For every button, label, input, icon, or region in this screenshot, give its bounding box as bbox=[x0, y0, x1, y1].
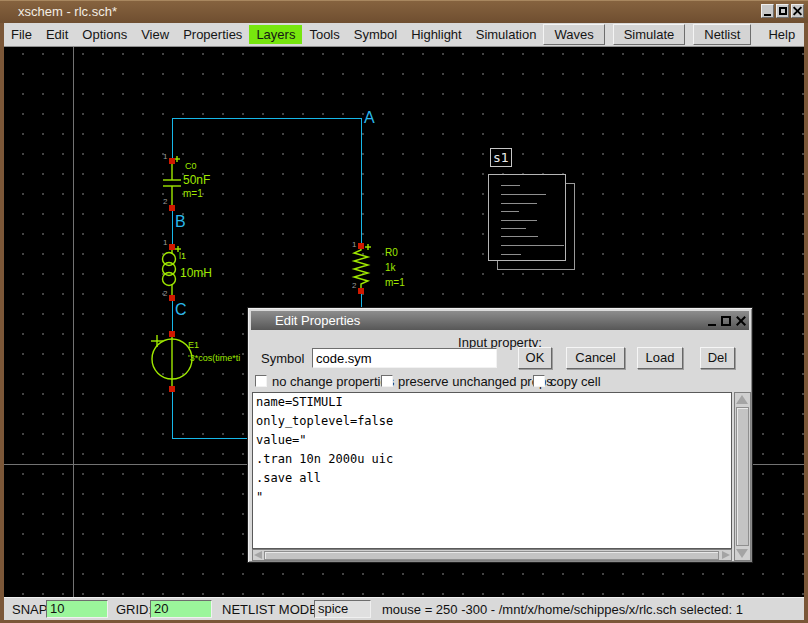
menu-item-highlight[interactable]: Highlight bbox=[404, 25, 469, 44]
menu-item-help[interactable]: Help bbox=[759, 25, 804, 44]
code-line bbox=[501, 203, 537, 204]
dialog-close-button[interactable] bbox=[736, 316, 746, 326]
vsource-value: '3*cos(time*ti bbox=[188, 353, 247, 363]
dialog-titlebar[interactable]: Edit Properties bbox=[251, 311, 749, 330]
code-line bbox=[501, 254, 521, 255]
menubar: File Edit Options View Properties Layers… bbox=[4, 23, 804, 47]
no-change-properties-label: no change properties bbox=[272, 374, 394, 389]
resistor-pin1-number: 1 bbox=[352, 240, 356, 249]
scroll-up-arrow-icon[interactable] bbox=[736, 395, 748, 404]
pin-e1-1[interactable] bbox=[169, 331, 175, 337]
inductor-pin2-number: 2 bbox=[163, 289, 167, 298]
properties-textarea[interactable]: name=STIMULI only_toplevel=false value="… bbox=[252, 392, 732, 549]
edit-properties-dialog: Edit Properties Input property: Symbol O… bbox=[247, 307, 753, 563]
resistor-name: R0 bbox=[385, 247, 398, 258]
wire-top[interactable] bbox=[172, 118, 362, 119]
symbol-label: Symbol bbox=[261, 351, 304, 366]
menu-item-tools[interactable]: Tools bbox=[302, 25, 346, 44]
menu-item-symbol[interactable]: Symbol bbox=[347, 25, 404, 44]
resistor-mult: m=1 bbox=[385, 277, 405, 288]
code-line bbox=[501, 194, 546, 195]
dialog-minimize-icon bbox=[708, 324, 716, 326]
menu-item-options[interactable]: Options bbox=[75, 25, 134, 44]
pin-c0-2[interactable] bbox=[169, 205, 175, 211]
window-titlebar[interactable]: xschem - rlc.sch* bbox=[0, 1, 808, 23]
capacitor-pin2-number: 2 bbox=[163, 197, 167, 206]
del-button[interactable]: Del bbox=[700, 347, 735, 369]
capacitor-pin1-number: 1 bbox=[163, 152, 167, 161]
code-line bbox=[501, 228, 526, 229]
pin-r0-1[interactable] bbox=[358, 243, 364, 249]
dialog-maximize-button[interactable] bbox=[721, 316, 731, 326]
code-line bbox=[501, 220, 537, 221]
preserve-unchanged-props-checkbox[interactable] bbox=[381, 375, 393, 387]
close-button[interactable] bbox=[791, 4, 804, 18]
window-controls bbox=[761, 4, 804, 18]
netlist-mode-label: NETLIST MODE: bbox=[222, 602, 321, 617]
wire-right[interactable] bbox=[361, 118, 362, 246]
copy-cell-label: copy cell bbox=[550, 374, 601, 389]
window-title: xschem - rlc.sch* bbox=[18, 4, 117, 19]
minimize-button[interactable] bbox=[761, 4, 774, 18]
scroll-left-arrow-icon[interactable] bbox=[254, 551, 262, 559]
dialog-minimize-button[interactable] bbox=[708, 316, 716, 326]
ok-button[interactable]: OK bbox=[518, 347, 552, 369]
wire-bottom[interactable] bbox=[172, 438, 247, 439]
vertical-scrollbar-thumb[interactable] bbox=[736, 407, 749, 546]
horizontal-scrollbar[interactable] bbox=[252, 549, 732, 561]
netlist-button[interactable]: Netlist bbox=[693, 24, 751, 45]
inductor-name: l1 bbox=[179, 251, 186, 261]
cancel-button[interactable]: Cancel bbox=[566, 347, 625, 369]
mouse-status-text: mouse = 250 -300 - /mnt/x/home/schippes/… bbox=[382, 602, 743, 617]
menu-item-properties[interactable]: Properties bbox=[176, 25, 249, 44]
horizontal-scrollbar-thumb[interactable] bbox=[264, 551, 719, 560]
close-icon bbox=[793, 7, 802, 16]
inductor-pin1-number: 1 bbox=[163, 238, 167, 247]
origin-axis-vertical bbox=[73, 47, 74, 597]
grid-label: GRID: bbox=[116, 602, 152, 617]
menu-item-layers[interactable]: Layers bbox=[249, 25, 302, 44]
dialog-title: Edit Properties bbox=[275, 313, 360, 328]
code-line bbox=[501, 211, 519, 212]
menu-item-simulation[interactable]: Simulation bbox=[469, 25, 544, 44]
simulate-button[interactable]: Simulate bbox=[613, 24, 686, 45]
menu-item-view[interactable]: View bbox=[134, 25, 176, 44]
netlist-mode-input[interactable]: spice bbox=[314, 600, 371, 618]
statusbar: SNAP: 10 GRID: 20 NETLIST MODE: spice mo… bbox=[4, 597, 804, 620]
pin-l1-1[interactable] bbox=[169, 244, 175, 250]
pin-c0-1[interactable] bbox=[169, 158, 175, 164]
inductor-value: 10mH bbox=[180, 266, 212, 280]
resistor-pin2-number: 2 bbox=[352, 281, 356, 290]
vertical-scrollbar[interactable] bbox=[734, 392, 751, 561]
waves-button[interactable]: Waves bbox=[543, 24, 604, 45]
node-label-b[interactable]: B bbox=[175, 213, 186, 231]
minimize-icon bbox=[764, 14, 771, 16]
code-line bbox=[501, 236, 538, 237]
maximize-icon bbox=[779, 7, 787, 15]
symbol-input[interactable] bbox=[312, 348, 497, 368]
pin-e1-2[interactable] bbox=[169, 386, 175, 392]
dialog-controls bbox=[708, 311, 746, 330]
copy-cell-checkbox[interactable] bbox=[533, 375, 545, 387]
menu-item-file[interactable]: File bbox=[4, 25, 39, 44]
node-label-a[interactable]: A bbox=[364, 109, 375, 127]
wire-src-down[interactable] bbox=[172, 389, 173, 438]
code-symbol-name: s1 bbox=[490, 148, 512, 167]
preserve-unchanged-props-label: preserve unchanged props bbox=[398, 374, 553, 389]
grid-input[interactable]: 20 bbox=[150, 600, 212, 618]
xschem-window: xschem - rlc.sch* File Edit Options View… bbox=[0, 0, 808, 623]
capacitor-name: C0 bbox=[185, 161, 197, 171]
code-line bbox=[501, 245, 564, 246]
pin-r0-2[interactable] bbox=[358, 288, 364, 294]
no-change-properties-checkbox[interactable] bbox=[255, 375, 267, 387]
node-label-c[interactable]: C bbox=[175, 301, 187, 319]
load-button[interactable]: Load bbox=[637, 347, 683, 369]
maximize-button[interactable] bbox=[776, 4, 789, 18]
capacitor-value: 50nF bbox=[183, 173, 210, 187]
code-symbol[interactable] bbox=[488, 174, 566, 261]
scroll-right-arrow-icon[interactable] bbox=[722, 551, 730, 559]
snap-input[interactable]: 10 bbox=[46, 600, 108, 618]
code-line bbox=[501, 185, 520, 186]
scroll-down-arrow-icon[interactable] bbox=[736, 549, 748, 558]
menu-item-edit[interactable]: Edit bbox=[39, 25, 75, 44]
